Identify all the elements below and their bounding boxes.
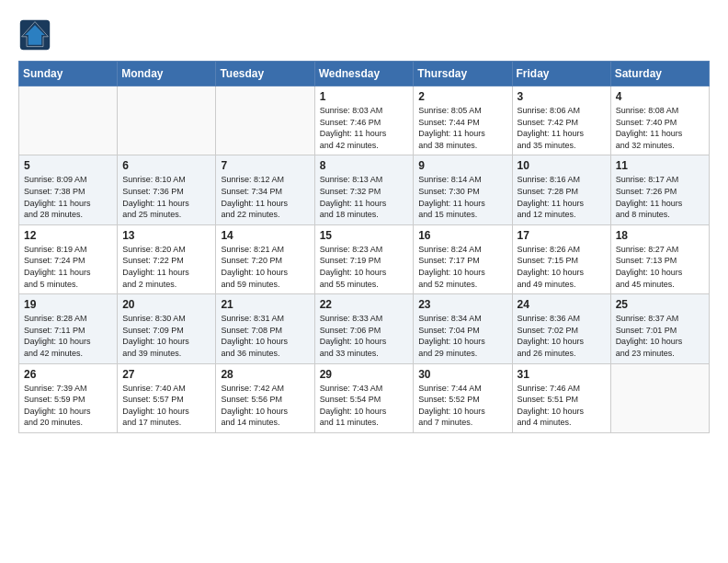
day-info: Sunrise: 8:31 AM Sunset: 7:08 PM Dayligh… — [221, 313, 309, 359]
day-info: Sunrise: 8:12 AM Sunset: 7:34 PM Dayligh… — [221, 174, 309, 220]
day-info: Sunrise: 7:40 AM Sunset: 5:57 PM Dayligh… — [122, 383, 210, 429]
day-number: 12 — [24, 229, 112, 242]
logo-icon — [18, 18, 51, 52]
calendar-cell: 25Sunrise: 8:37 AM Sunset: 7:01 PM Dayli… — [610, 294, 709, 363]
calendar-cell: 21Sunrise: 8:31 AM Sunset: 7:08 PM Dayli… — [216, 294, 314, 363]
day-number: 5 — [24, 159, 112, 172]
calendar-week-row: 19Sunrise: 8:28 AM Sunset: 7:11 PM Dayli… — [19, 294, 710, 363]
calendar-cell: 18Sunrise: 8:27 AM Sunset: 7:13 PM Dayli… — [610, 224, 709, 293]
weekday-header: Monday — [118, 62, 216, 86]
calendar-week-row: 26Sunrise: 7:39 AM Sunset: 5:59 PM Dayli… — [19, 363, 710, 432]
weekday-header: Thursday — [414, 62, 512, 86]
calendar-cell: 2Sunrise: 8:05 AM Sunset: 7:44 PM Daylig… — [414, 86, 512, 155]
calendar-cell: 20Sunrise: 8:30 AM Sunset: 7:09 PM Dayli… — [118, 294, 216, 363]
calendar-week-row: 1Sunrise: 8:03 AM Sunset: 7:46 PM Daylig… — [19, 86, 710, 155]
day-number: 13 — [122, 229, 210, 242]
day-number: 10 — [518, 159, 606, 172]
calendar-cell: 22Sunrise: 8:33 AM Sunset: 7:06 PM Dayli… — [314, 294, 414, 363]
day-number: 26 — [24, 368, 112, 381]
calendar-cell — [19, 86, 118, 155]
calendar-week-row: 12Sunrise: 8:19 AM Sunset: 7:24 PM Dayli… — [19, 224, 710, 293]
day-number: 1 — [320, 90, 409, 103]
weekday-header: Tuesday — [216, 62, 314, 86]
day-number: 29 — [320, 368, 409, 381]
day-number: 20 — [122, 298, 210, 311]
day-number: 22 — [320, 298, 409, 311]
day-number: 11 — [616, 159, 704, 172]
day-info: Sunrise: 8:08 AM Sunset: 7:40 PM Dayligh… — [616, 105, 704, 151]
calendar-cell: 28Sunrise: 7:42 AM Sunset: 5:56 PM Dayli… — [216, 363, 314, 432]
day-number: 15 — [320, 229, 409, 242]
day-info: Sunrise: 8:37 AM Sunset: 7:01 PM Dayligh… — [616, 313, 704, 359]
day-info: Sunrise: 8:05 AM Sunset: 7:44 PM Dayligh… — [418, 105, 506, 151]
day-number: 17 — [518, 229, 606, 242]
calendar-cell: 12Sunrise: 8:19 AM Sunset: 7:24 PM Dayli… — [19, 224, 118, 293]
weekday-header: Friday — [512, 62, 610, 86]
day-info: Sunrise: 8:21 AM Sunset: 7:20 PM Dayligh… — [221, 244, 309, 290]
day-number: 30 — [418, 368, 506, 381]
calendar-cell: 26Sunrise: 7:39 AM Sunset: 5:59 PM Dayli… — [19, 363, 118, 432]
day-info: Sunrise: 8:24 AM Sunset: 7:17 PM Dayligh… — [418, 244, 506, 290]
calendar-cell: 16Sunrise: 8:24 AM Sunset: 7:17 PM Dayli… — [414, 224, 512, 293]
page-header — [18, 18, 710, 52]
calendar-cell — [610, 363, 709, 432]
calendar-cell — [216, 86, 314, 155]
day-info: Sunrise: 7:39 AM Sunset: 5:59 PM Dayligh… — [24, 383, 112, 429]
day-info: Sunrise: 8:36 AM Sunset: 7:02 PM Dayligh… — [518, 313, 606, 359]
day-info: Sunrise: 7:42 AM Sunset: 5:56 PM Dayligh… — [221, 383, 309, 429]
day-number: 3 — [518, 90, 606, 103]
calendar-cell: 7Sunrise: 8:12 AM Sunset: 7:34 PM Daylig… — [216, 155, 314, 224]
day-number: 2 — [418, 90, 506, 103]
weekday-header: Saturday — [610, 62, 709, 86]
calendar-cell: 6Sunrise: 8:10 AM Sunset: 7:36 PM Daylig… — [118, 155, 216, 224]
weekday-header: Sunday — [19, 62, 118, 86]
day-info: Sunrise: 8:30 AM Sunset: 7:09 PM Dayligh… — [122, 313, 210, 359]
calendar-cell: 4Sunrise: 8:08 AM Sunset: 7:40 PM Daylig… — [610, 86, 709, 155]
calendar-cell: 31Sunrise: 7:46 AM Sunset: 5:51 PM Dayli… — [512, 363, 610, 432]
day-number: 27 — [122, 368, 210, 381]
calendar-cell: 29Sunrise: 7:43 AM Sunset: 5:54 PM Dayli… — [314, 363, 414, 432]
day-number: 16 — [418, 229, 506, 242]
day-number: 24 — [518, 298, 606, 311]
day-info: Sunrise: 7:46 AM Sunset: 5:51 PM Dayligh… — [518, 383, 606, 429]
day-info: Sunrise: 8:33 AM Sunset: 7:06 PM Dayligh… — [320, 313, 409, 359]
day-number: 8 — [320, 159, 409, 172]
calendar-cell: 14Sunrise: 8:21 AM Sunset: 7:20 PM Dayli… — [216, 224, 314, 293]
day-number: 25 — [616, 298, 704, 311]
day-number: 7 — [221, 159, 309, 172]
calendar-cell: 23Sunrise: 8:34 AM Sunset: 7:04 PM Dayli… — [414, 294, 512, 363]
day-number: 6 — [122, 159, 210, 172]
calendar-cell — [118, 86, 216, 155]
calendar-cell: 10Sunrise: 8:16 AM Sunset: 7:28 PM Dayli… — [512, 155, 610, 224]
calendar-cell: 27Sunrise: 7:40 AM Sunset: 5:57 PM Dayli… — [118, 363, 216, 432]
calendar-cell: 3Sunrise: 8:06 AM Sunset: 7:42 PM Daylig… — [512, 86, 610, 155]
logo — [18, 18, 57, 52]
day-number: 4 — [616, 90, 704, 103]
day-info: Sunrise: 8:10 AM Sunset: 7:36 PM Dayligh… — [122, 174, 210, 220]
calendar-table: SundayMondayTuesdayWednesdayThursdayFrid… — [18, 61, 710, 433]
day-info: Sunrise: 7:44 AM Sunset: 5:52 PM Dayligh… — [418, 383, 506, 429]
calendar-cell: 30Sunrise: 7:44 AM Sunset: 5:52 PM Dayli… — [414, 363, 512, 432]
calendar-cell: 19Sunrise: 8:28 AM Sunset: 7:11 PM Dayli… — [19, 294, 118, 363]
calendar-cell: 8Sunrise: 8:13 AM Sunset: 7:32 PM Daylig… — [314, 155, 414, 224]
day-info: Sunrise: 8:06 AM Sunset: 7:42 PM Dayligh… — [518, 105, 606, 151]
day-number: 21 — [221, 298, 309, 311]
day-info: Sunrise: 8:19 AM Sunset: 7:24 PM Dayligh… — [24, 244, 112, 290]
calendar-cell: 9Sunrise: 8:14 AM Sunset: 7:30 PM Daylig… — [414, 155, 512, 224]
day-info: Sunrise: 8:26 AM Sunset: 7:15 PM Dayligh… — [518, 244, 606, 290]
calendar-week-row: 5Sunrise: 8:09 AM Sunset: 7:38 PM Daylig… — [19, 155, 710, 224]
day-info: Sunrise: 8:16 AM Sunset: 7:28 PM Dayligh… — [518, 174, 606, 220]
calendar-cell: 15Sunrise: 8:23 AM Sunset: 7:19 PM Dayli… — [314, 224, 414, 293]
calendar-cell: 24Sunrise: 8:36 AM Sunset: 7:02 PM Dayli… — [512, 294, 610, 363]
day-number: 18 — [616, 229, 704, 242]
day-info: Sunrise: 8:20 AM Sunset: 7:22 PM Dayligh… — [122, 244, 210, 290]
day-info: Sunrise: 8:23 AM Sunset: 7:19 PM Dayligh… — [320, 244, 409, 290]
calendar-cell: 11Sunrise: 8:17 AM Sunset: 7:26 PM Dayli… — [610, 155, 709, 224]
day-info: Sunrise: 8:14 AM Sunset: 7:30 PM Dayligh… — [418, 174, 506, 220]
day-number: 9 — [418, 159, 506, 172]
calendar-cell: 17Sunrise: 8:26 AM Sunset: 7:15 PM Dayli… — [512, 224, 610, 293]
day-number: 23 — [418, 298, 506, 311]
day-info: Sunrise: 8:28 AM Sunset: 7:11 PM Dayligh… — [24, 313, 112, 359]
day-info: Sunrise: 7:43 AM Sunset: 5:54 PM Dayligh… — [320, 383, 409, 429]
day-number: 31 — [518, 368, 606, 381]
